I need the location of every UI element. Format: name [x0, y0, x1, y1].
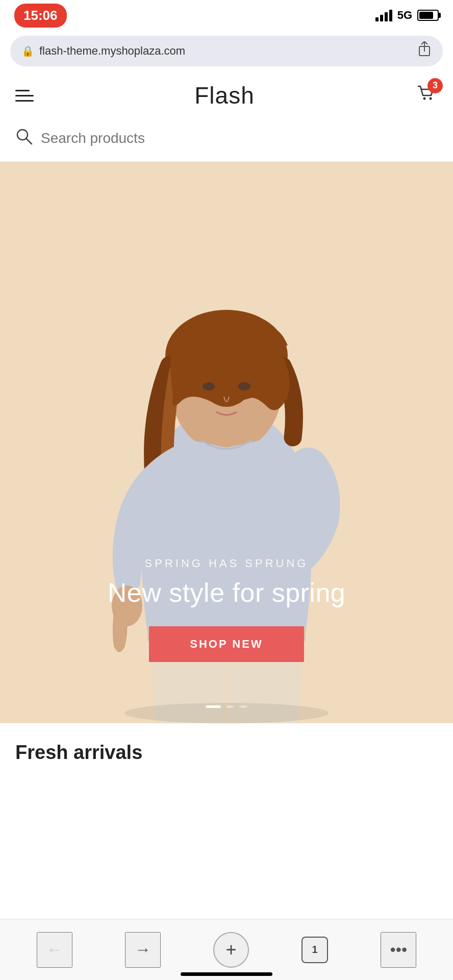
svg-point-11	[203, 382, 215, 390]
new-tab-button[interactable]: +	[213, 932, 249, 968]
search-bar[interactable]	[0, 119, 453, 162]
fresh-arrivals-section: Fresh arrivals	[0, 723, 453, 774]
svg-point-12	[238, 382, 250, 390]
signal-icon	[375, 9, 392, 21]
hero-dot-2	[226, 705, 234, 708]
more-button[interactable]: •••	[381, 932, 416, 968]
status-right: 5G	[375, 9, 439, 22]
lock-icon: 🔒	[21, 45, 34, 57]
tabs-button[interactable]: 1	[301, 937, 328, 963]
forward-button[interactable]: →	[125, 932, 161, 968]
hamburger-line-3	[15, 100, 34, 102]
hamburger-line-1	[15, 90, 30, 91]
nav-header: Flash 3	[0, 71, 453, 119]
status-time: 15:06	[14, 4, 67, 28]
site-title: Flash	[194, 82, 254, 109]
search-input[interactable]	[41, 130, 438, 146]
cart-button[interactable]: 3	[415, 82, 438, 109]
section-title: Fresh arrivals	[15, 742, 438, 764]
hero-banner: SPRING HAS SPRUNG New style for spring S…	[0, 162, 453, 723]
hero-text-block: SPRING HAS SPRUNG New style for spring S…	[0, 557, 453, 662]
cart-badge: 3	[427, 78, 443, 93]
hero-title: New style for spring	[0, 577, 453, 608]
browser-bar: ← → + 1 •••	[0, 919, 453, 980]
hero-subtitle: SPRING HAS SPRUNG	[0, 557, 453, 570]
svg-point-4	[17, 130, 28, 140]
shop-new-button[interactable]: SHOP NEW	[149, 626, 304, 662]
url-bar[interactable]: 🔒 flash-theme.myshoplaza.com	[10, 36, 443, 66]
home-indicator	[181, 972, 272, 976]
hamburger-line-2	[15, 95, 34, 96]
svg-point-3	[429, 97, 432, 100]
search-icon	[15, 128, 33, 149]
hero-dot-3	[239, 705, 247, 708]
hero-dots	[206, 705, 247, 708]
svg-point-2	[423, 97, 425, 100]
hamburger-menu[interactable]	[15, 90, 34, 102]
network-label: 5G	[397, 9, 412, 22]
back-button[interactable]: ←	[37, 932, 72, 968]
hero-dot-active	[206, 705, 221, 708]
battery-icon	[417, 10, 439, 21]
status-bar: 15:06 5G	[0, 0, 453, 31]
share-icon[interactable]	[417, 41, 432, 61]
url-text: flash-theme.myshoplaza.com	[39, 44, 185, 58]
svg-line-5	[27, 139, 32, 144]
